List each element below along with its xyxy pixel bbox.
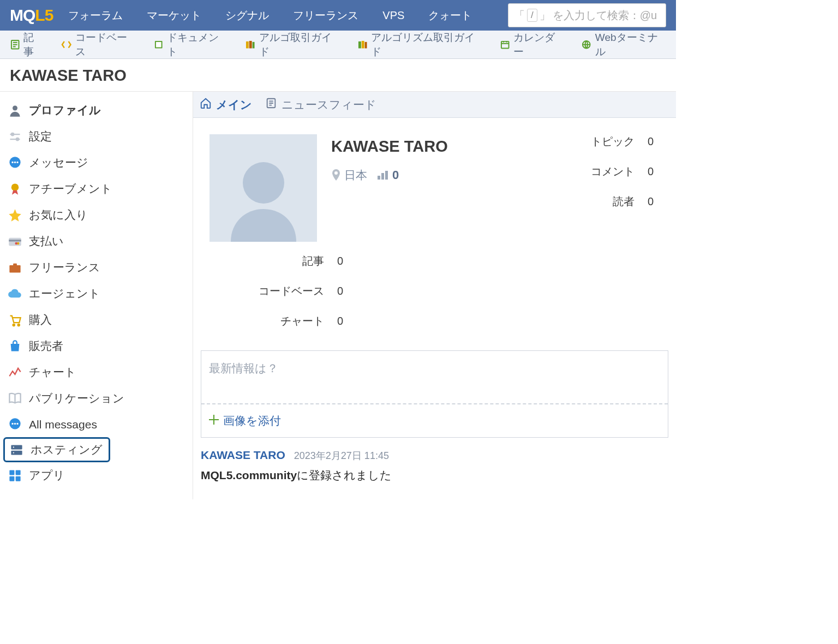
svg-point-18 (11, 183, 19, 191)
sidebar-item-label: お気に入り (29, 207, 88, 223)
svg-point-25 (18, 324, 20, 325)
sidebar-item-label: アチーブメント (29, 181, 112, 196)
secnav-label: Webターミナル (595, 31, 666, 59)
post-composer: 最新情報は？ 画像を添付 (201, 350, 668, 438)
svg-point-28 (14, 423, 16, 425)
search-box[interactable]: 「/」を入力して検索：@u (508, 3, 666, 27)
sidebar-item-seller[interactable]: 販売者 (0, 333, 193, 359)
nav-quotes[interactable]: クォート (428, 8, 472, 23)
nav-freelance[interactable]: フリーランス (293, 8, 358, 23)
svg-point-11 (13, 105, 17, 110)
secnav-docs[interactable]: ドキュメント (153, 31, 228, 59)
sidebar-item-label: メッセージ (29, 155, 88, 170)
chart-icon (8, 365, 22, 380)
svg-rect-2 (156, 42, 161, 47)
stat-value: 0 (648, 165, 655, 178)
stat-value: 0 (337, 255, 345, 267)
sidebar: プロファイル 設定 メッセージ アチーブメント お気に入り 支払い フリーランス (0, 92, 193, 499)
svg-rect-9 (501, 41, 508, 49)
feed-text: MQL5.communityに登録されました (201, 468, 668, 483)
main-tabs: メイン ニュースフィード (193, 92, 676, 118)
svg-rect-6 (358, 41, 361, 49)
stat-value: 0 (648, 195, 655, 208)
secnav-calendar[interactable]: カレンダー (500, 31, 564, 59)
nav-vps[interactable]: VPS (382, 9, 404, 22)
secnav-label: カレンダー (513, 31, 564, 59)
openbook-icon (8, 391, 22, 406)
svg-point-15 (11, 161, 13, 163)
card-icon (8, 234, 22, 249)
sidebar-item-hosting[interactable]: ホスティング (3, 437, 110, 462)
sidebar-item-label: 設定 (29, 129, 52, 144)
stat-label: コメント (585, 164, 635, 179)
svg-rect-19 (9, 237, 21, 246)
svg-point-29 (16, 423, 18, 425)
profile-rank: 0 (377, 168, 399, 182)
sidebar-item-settings[interactable]: 設定 (0, 123, 193, 150)
feed-timestamp: 2023年2月27日 11:45 (294, 449, 389, 462)
sidebar-item-freelance[interactable]: フリーランス (0, 254, 193, 281)
cart-icon (8, 313, 22, 327)
svg-rect-8 (364, 42, 367, 49)
stat-label: 記事 (210, 254, 324, 269)
svg-point-33 (13, 452, 14, 453)
page-title: KAWASE TARO (0, 59, 676, 92)
svg-rect-7 (361, 41, 364, 49)
sidebar-item-charts[interactable]: チャート (0, 359, 193, 385)
stat-label: コードベース (210, 284, 324, 299)
sidebar-item-all-messages[interactable]: All messages (0, 412, 193, 437)
sidebar-item-apps[interactable]: アプリ (0, 462, 193, 488)
star-icon (8, 208, 22, 223)
stat-label: トピック (585, 134, 635, 149)
sidebar-item-agents[interactable]: エージェント (0, 281, 193, 307)
tab-main[interactable]: メイン (200, 97, 252, 112)
sidebar-item-payments[interactable]: 支払い (0, 228, 193, 254)
sidebar-item-label: 購入 (29, 312, 52, 327)
badge-icon (8, 182, 22, 196)
svg-rect-5 (253, 42, 255, 49)
person-icon (8, 103, 22, 118)
sidebar-item-profile[interactable]: プロファイル (0, 97, 193, 123)
nav-signal[interactable]: シグナル (225, 8, 269, 23)
attach-image-button[interactable]: 画像を添付 (201, 404, 668, 437)
sidebar-item-label: パブリケーション (29, 391, 124, 406)
sidebar-item-label: 販売者 (29, 338, 63, 354)
svg-point-13 (16, 138, 19, 140)
secnav-algo-guide[interactable]: アルゴ取引ガイド (245, 31, 339, 59)
logo[interactable]: MQL5 (10, 6, 53, 25)
sidebar-item-label: アプリ (29, 468, 65, 483)
sidebar-item-publications[interactable]: パブリケーション (0, 385, 193, 412)
composer-input[interactable]: 最新情報は？ (201, 351, 668, 404)
svg-point-17 (16, 161, 18, 163)
secnav-codebase[interactable]: コードベース (61, 31, 135, 59)
apps-icon (8, 468, 22, 483)
sidebar-item-favorites[interactable]: お気に入り (0, 202, 193, 228)
nav-market[interactable]: マーケット (147, 8, 201, 23)
stat-label: 読者 (585, 194, 635, 209)
cloud-icon (8, 287, 22, 301)
feed-icon (265, 97, 277, 112)
svg-point-27 (11, 423, 13, 425)
feed-username[interactable]: KAWASE TARO (201, 449, 285, 462)
secondary-navigation: 記事 コードベース ドキュメント アルゴ取引ガイド アルゴリズム取引ガイド カレ… (0, 31, 676, 59)
sidebar-item-label: フリーランス (29, 260, 100, 275)
secnav-label: アルゴ取引ガイド (259, 31, 340, 59)
nav-forum[interactable]: フォーラム (68, 8, 123, 23)
svg-point-16 (14, 161, 16, 163)
sidebar-item-label: プロファイル (29, 103, 101, 118)
tab-label: ニュースフィード (282, 97, 376, 112)
svg-point-40 (334, 171, 338, 175)
sidebar-item-purchases[interactable]: 購入 (0, 307, 193, 333)
tab-label: メイン (216, 97, 252, 112)
chat2-icon (8, 417, 22, 432)
secnav-webterminal[interactable]: Webターミナル (581, 31, 666, 59)
sidebar-item-label: 支払い (29, 234, 64, 249)
book-icon (153, 39, 164, 50)
svg-point-22 (15, 242, 18, 245)
secnav-algorithm-guide[interactable]: アルゴリズム取引ガイド (357, 31, 482, 59)
sidebar-item-achievements[interactable]: アチーブメント (0, 176, 193, 202)
sidebar-item-messages[interactable]: メッセージ (0, 150, 193, 176)
profile-meta: 日本 0 (331, 168, 571, 183)
secnav-articles[interactable]: 記事 (10, 31, 44, 59)
tab-newsfeed[interactable]: ニュースフィード (265, 97, 376, 112)
